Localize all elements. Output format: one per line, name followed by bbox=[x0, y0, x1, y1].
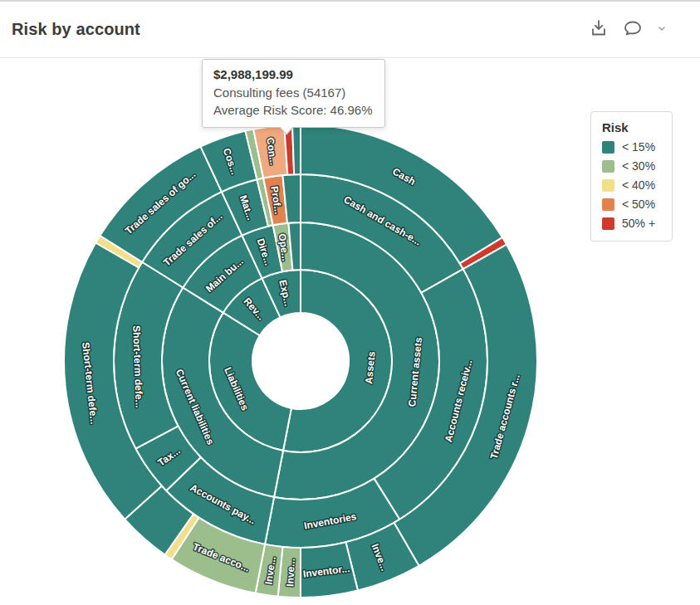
legend-swatch bbox=[602, 160, 614, 173]
risk-legend: Risk < 15%< 30%< 40%< 50%50% + bbox=[590, 111, 673, 242]
legend-item[interactable]: < 50% bbox=[602, 198, 660, 211]
download-icon bbox=[589, 18, 609, 41]
legend-items: < 15%< 30%< 40%< 50%50% + bbox=[602, 140, 660, 230]
page-title: Risk by account bbox=[12, 20, 140, 39]
download-button[interactable] bbox=[587, 17, 610, 42]
chevron-down-icon bbox=[657, 23, 667, 36]
legend-label: 50% + bbox=[622, 217, 655, 230]
widget-header: Risk by account bbox=[0, 2, 700, 58]
sunburst-segment-label: Inve... bbox=[284, 558, 297, 587]
legend-item[interactable]: 50% + bbox=[602, 217, 660, 230]
tooltip: $2,988,199.99 Consulting fees (54167) Av… bbox=[202, 59, 385, 128]
legend-swatch bbox=[602, 141, 614, 154]
legend-label: < 40% bbox=[622, 178, 655, 192]
tooltip-risk-score: Average Risk Score: 46.96% bbox=[213, 101, 373, 119]
legend-item[interactable]: < 40% bbox=[602, 178, 660, 192]
tooltip-account: Consulting fees (54167) bbox=[213, 84, 373, 101]
legend-swatch bbox=[602, 198, 614, 211]
legend-title: Risk bbox=[602, 120, 660, 134]
comment-button[interactable] bbox=[620, 17, 645, 42]
legend-item[interactable]: < 15% bbox=[602, 140, 660, 154]
tooltip-value: $2,988,199.99 bbox=[213, 67, 373, 81]
header-actions bbox=[587, 17, 668, 42]
legend-label: < 30% bbox=[622, 159, 655, 173]
comment-icon bbox=[622, 18, 644, 41]
chart-area: AssetsLiabilitiesRev...Exp...Current ass… bbox=[0, 60, 700, 605]
legend-swatch bbox=[602, 179, 614, 192]
legend-item[interactable]: < 30% bbox=[602, 159, 660, 173]
legend-label: < 15% bbox=[622, 140, 655, 154]
legend-swatch bbox=[602, 217, 614, 230]
comment-menu-button[interactable] bbox=[655, 22, 668, 37]
risk-by-account-widget: Risk by account bbox=[0, 0, 700, 605]
legend-label: < 50% bbox=[622, 198, 655, 211]
